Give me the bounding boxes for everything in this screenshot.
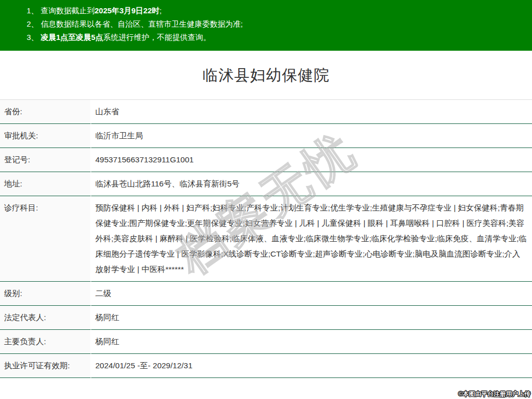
field-label: 执业许可证有效期: — [0, 354, 91, 378]
notice-line-1: 1、 查询数据截止到2025年3月9日22时; — [27, 4, 522, 17]
notice-line-3-bold: 凌晨1点至凌晨5点 — [41, 33, 104, 41]
table-row-approval-authority: 审批机关: 临沂市卫生局 — [0, 124, 532, 148]
table-row-address: 地址: 临沭县苍山北路116号、临沭县育新街5号 — [0, 172, 532, 196]
field-label: 审批机关: — [0, 124, 91, 148]
field-value: 杨同红 — [91, 330, 532, 354]
table-row-medical-subjects: 诊疗科目: 预防保健科 | 内科 | 外科 | 妇产科;妇科专业;产科专业;计划… — [0, 196, 532, 282]
hospital-info-table: 省份: 山东省 审批机关: 临沂市卫生局 登记号: 49537156637132… — [0, 99, 532, 378]
table-row-level: 级别: 二级 — [0, 282, 532, 306]
field-value: 杨同红 — [91, 306, 532, 330]
table-row-legal-representative: 法定代表人: 杨同红 — [0, 306, 532, 330]
table-row-license-validity: 执业许可证有效期: 2024/01/25 -至- 2029/12/31 — [0, 354, 532, 378]
table-row-main-person-in-charge: 主要负责人: 杨同红 — [0, 330, 532, 354]
field-label: 主要负责人: — [0, 330, 91, 354]
field-value: 临沂市卫生局 — [91, 124, 532, 148]
notice-line-2: 2、 信息数据结果以各省、自治区、直辖市卫生健康委数据为准; — [27, 17, 522, 31]
field-value: 49537156637132911G1001 — [91, 148, 532, 172]
table-row-province: 省份: 山东省 — [0, 100, 532, 124]
field-label: 法定代表人: — [0, 306, 91, 330]
field-value: 二级 — [91, 282, 532, 306]
field-value: 山东省 — [91, 100, 532, 124]
notice-line-3-end: 系统进行维护，不能提供查询。 — [103, 33, 211, 41]
table-row-registration-number: 登记号: 49537156637132911G1001 — [0, 148, 532, 172]
field-label: 诊疗科目: — [0, 196, 91, 282]
field-value: 预防保健科 | 内科 | 外科 | 妇产科;妇科专业;产科专业;计划生育专业;优… — [91, 196, 532, 282]
upload-credit-stamp: ©本图由平台注册用户上传 — [458, 390, 530, 398]
field-label: 登记号: — [0, 148, 91, 172]
field-label: 地址: — [0, 172, 91, 196]
field-label: 级别: — [0, 282, 91, 306]
notice-line-3: 3、 凌晨1点至凌晨5点系统进行维护，不能提供查询。 — [27, 31, 522, 44]
notice-line-3-text: 3、 — [27, 33, 41, 41]
notice-line-1-end: ; — [159, 6, 161, 15]
field-label: 省份: — [0, 100, 91, 124]
notice-line-2-text: 2、 信息数据结果以各省、自治区、直辖市卫生健康委数据为准; — [27, 19, 243, 28]
field-value: 临沭县苍山北路116号、临沭县育新街5号 — [91, 172, 532, 196]
field-value: 2024/01/25 -至- 2029/12/31 — [91, 354, 532, 378]
page-title: 临沭县妇幼保健院 — [0, 65, 532, 86]
notice-line-1-text: 1、 查询数据截止到 — [27, 6, 95, 15]
notice-line-1-bold: 2025年3月9日22时 — [95, 6, 160, 15]
notice-banner: 1、 查询数据截止到2025年3月9日22时; 2、 信息数据结果以各省、自治区… — [0, 0, 532, 51]
